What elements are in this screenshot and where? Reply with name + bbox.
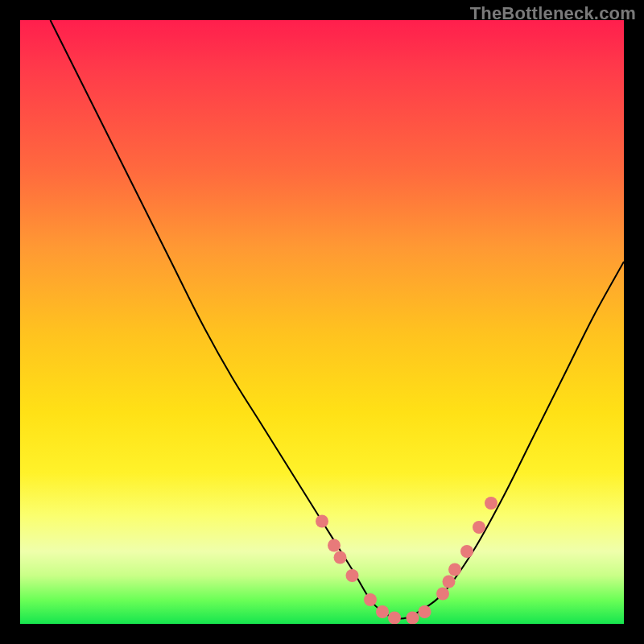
- gradient-panel: [20, 20, 624, 624]
- watermark-text: TheBottleneck.com: [470, 3, 636, 24]
- chart-stage: TheBottleneck.com: [0, 0, 644, 644]
